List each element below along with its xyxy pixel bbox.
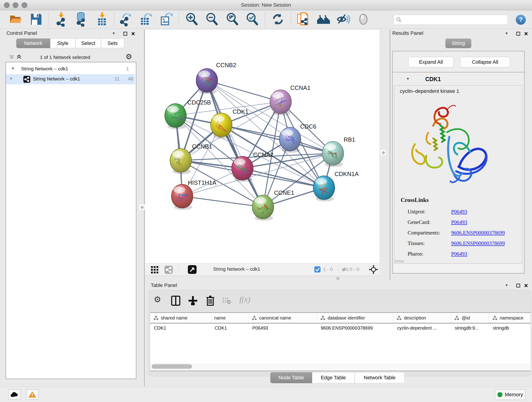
tab-edge-table[interactable]: Edge Table — [312, 372, 355, 383]
warnings-button[interactable] — [26, 389, 38, 400]
string-network-graph[interactable]: CCNB2CCNA1CDC25BCDK1CDC6RB1CCNB1CCNA2CDK… — [145, 30, 380, 263]
edge-CCNE1-HIST1H1A[interactable] — [182, 196, 263, 207]
birds-eye-grid-icon[interactable] — [151, 266, 158, 274]
refresh-layout-icon[interactable] — [271, 12, 285, 27]
import-table-icon[interactable] — [95, 12, 109, 27]
control-panel-close-icon[interactable] — [131, 32, 135, 36]
expand-all-button[interactable]: Expand All — [408, 57, 454, 67]
node-HIST1H1A[interactable] — [171, 184, 193, 210]
save-session-icon[interactable] — [29, 12, 43, 27]
network-collection-row[interactable]: ▾ String Network – cdk1 1 — [6, 64, 135, 74]
node-CCNB1[interactable] — [170, 148, 191, 174]
delete-column-icon[interactable] — [206, 295, 215, 306]
show-panel-icon[interactable] — [356, 12, 371, 27]
table-panel-close-icon[interactable] — [524, 283, 528, 288]
crosslink-value-link[interactable]: 9606.ENSP00000378699 — [451, 240, 505, 246]
table-hscrollbar-track[interactable] — [150, 363, 530, 370]
export-image-icon[interactable] — [158, 12, 173, 27]
export-network-icon[interactable] — [119, 12, 133, 27]
crosslink-value-link[interactable]: P06493 — [451, 219, 467, 225]
help-button[interactable]: ? — [516, 15, 526, 25]
crosslink-value-link[interactable]: P06493 — [451, 251, 467, 257]
cloud-button[interactable] — [8, 389, 21, 400]
node-CCNB2[interactable] — [196, 69, 218, 94]
table-panel-float-icon[interactable] — [516, 283, 520, 288]
column-type-icon — [320, 316, 325, 320]
import-database-icon[interactable] — [74, 12, 89, 27]
share-document-icon[interactable] — [296, 12, 310, 27]
collapse-all-button[interactable]: Collapse All — [460, 57, 510, 67]
memory-button[interactable]: Memory — [495, 389, 526, 400]
network-canvas[interactable]: CCNB2CCNA1CDC25BCDK1CDC6RB1CCNB1CCNA2CDK… — [145, 30, 380, 263]
column-header-database-identifier[interactable]: database identifier — [317, 313, 393, 323]
node-CDKN1A[interactable] — [313, 176, 335, 201]
tab-select[interactable]: Select — [75, 38, 101, 48]
string-home-icon[interactable] — [316, 12, 331, 27]
edge-CCNA2-CDKN1A[interactable] — [242, 168, 324, 188]
tab-style[interactable]: Style — [50, 38, 75, 48]
edge-CCNB2-CCNA1[interactable] — [207, 80, 281, 102]
import-network-icon[interactable] — [55, 12, 70, 27]
open-session-icon[interactable] — [8, 12, 23, 27]
zoom-fit-icon[interactable] — [225, 12, 240, 27]
delete-table-icon[interactable] — [222, 298, 231, 304]
results-panel-close-icon[interactable] — [524, 32, 528, 36]
hide-panel-icon[interactable] — [336, 12, 351, 27]
gene-collapse-icon[interactable]: ▾ — [407, 76, 409, 81]
collection-expand-icon[interactable]: ▾ — [12, 66, 14, 71]
node-CCNE1[interactable] — [252, 195, 274, 221]
right-splitter-handle[interactable] — [380, 150, 386, 156]
column-header-canonical-name[interactable]: canonical name — [249, 313, 317, 323]
column-header-description[interactable]: description — [393, 313, 451, 323]
warning-icon — [28, 391, 36, 398]
table-hscrollbar-thumb[interactable] — [152, 364, 192, 369]
add-column-icon[interactable] — [188, 296, 198, 306]
column-header--id[interactable]: @id — [451, 313, 489, 323]
table-settings-gear-icon[interactable]: ⚙ — [154, 295, 161, 304]
network-share-gray-icon[interactable] — [165, 266, 173, 274]
control-panel-float-icon[interactable] — [123, 32, 127, 36]
tab-string[interactable]: String — [445, 38, 471, 48]
results-panel-menu-icon[interactable]: ▾ — [506, 31, 508, 36]
crosslink-value-link[interactable]: 9606.ENSP00000378699 — [451, 230, 505, 236]
node-CDK1[interactable] — [210, 113, 232, 139]
column-header-shared-name[interactable]: shared name — [150, 313, 211, 323]
node-CDC25B[interactable] — [165, 104, 186, 129]
tab-node-table[interactable]: Node Table — [270, 372, 312, 383]
results-hscrollbar-thumb[interactable] — [395, 260, 404, 262]
table-cell: stringdb — [489, 323, 531, 332]
search-input[interactable] — [403, 16, 505, 23]
crosslink-value-link[interactable]: P06493 — [451, 209, 467, 215]
node-CCNA2[interactable] — [232, 156, 253, 182]
tab-network-table[interactable]: Network Table — [355, 372, 405, 383]
tab-sets[interactable]: Sets — [101, 38, 124, 48]
zoom-in-icon[interactable] — [185, 12, 199, 27]
table-row[interactable]: CDK1CDK1P064939606.ENSP00000378699cyclin… — [150, 323, 531, 332]
node-CDC6[interactable] — [279, 127, 301, 153]
network-row-selected[interactable]: ● String Network – cdk1 11 48 — [6, 74, 135, 84]
export-table-icon[interactable] — [139, 12, 153, 27]
column-header-name[interactable]: name — [211, 313, 249, 323]
table-panel-menu-icon[interactable]: ▾ — [506, 283, 508, 288]
hidden-eye-icon[interactable] — [341, 266, 348, 273]
node-CCNA1[interactable] — [270, 90, 291, 115]
node-RB1[interactable] — [322, 141, 344, 167]
column-header-namespace[interactable]: namespace — [489, 313, 531, 323]
zoom-selected-icon[interactable] — [245, 12, 260, 27]
left-splitter-handle[interactable] — [139, 204, 145, 210]
zoom-out-icon[interactable] — [205, 12, 220, 27]
tab-network[interactable]: Network — [16, 38, 50, 48]
show-columns-icon[interactable] — [171, 296, 180, 306]
function-builder-icon[interactable]: f(x) — [239, 295, 250, 304]
control-panel-menu-icon[interactable]: ▾ — [113, 31, 115, 36]
network-edge-count: 48 — [128, 76, 133, 82]
edge-CCNB2-CCNE1[interactable] — [207, 80, 263, 207]
node-label-CDC6: CDC6 — [300, 123, 317, 130]
fit-selected-crosshair-icon[interactable] — [369, 265, 378, 274]
network-options-gear-icon[interactable]: ⚙ — [126, 52, 132, 61]
results-panel-float-icon[interactable] — [516, 32, 520, 36]
horizontal-splitter-handle[interactable] — [336, 277, 340, 280]
selected-checkbox-icon[interactable] — [314, 266, 321, 273]
node-label-CDK1: CDK1 — [233, 108, 248, 115]
open-view-icon[interactable] — [188, 265, 196, 274]
